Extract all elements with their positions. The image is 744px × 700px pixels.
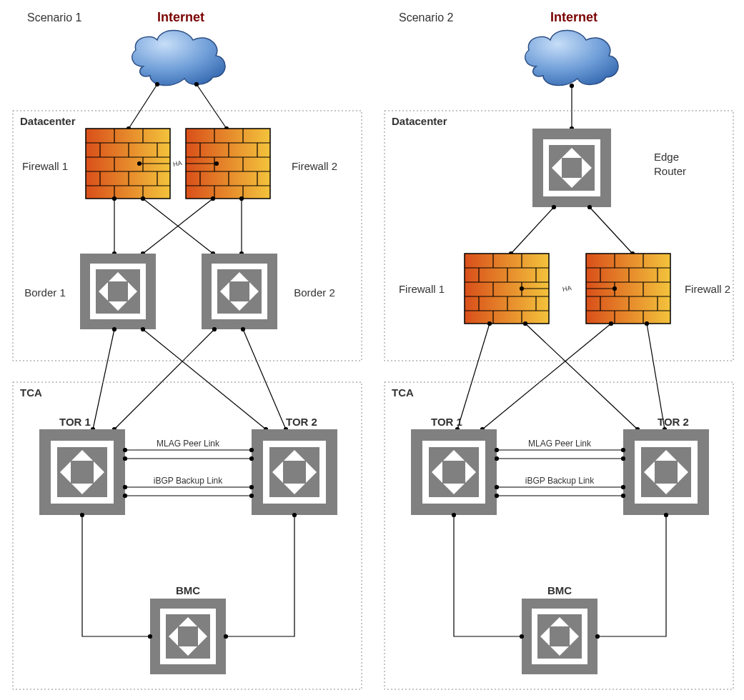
svg-point-201 bbox=[622, 449, 625, 452]
svg-point-4 bbox=[195, 83, 199, 86]
router-icon bbox=[623, 429, 709, 515]
svg-point-130 bbox=[552, 206, 556, 209]
svg-point-177 bbox=[524, 322, 527, 326]
svg-point-120 bbox=[570, 84, 574, 88]
firewall2-label-s2: Firewall 2 bbox=[685, 283, 730, 295]
scenario-1-title: Scenario 1 bbox=[27, 11, 82, 24]
mlag-label-2: MLAG Peer Link bbox=[528, 439, 592, 449]
svg-point-118 bbox=[224, 635, 228, 639]
svg-point-117 bbox=[293, 514, 297, 517]
router-icon bbox=[150, 599, 226, 674]
scenario-2: Scenario 2 Internet Datacenter Edge Rout… bbox=[385, 10, 733, 689]
svg-point-115 bbox=[81, 514, 84, 517]
router-icon bbox=[411, 429, 497, 515]
datacenter-label-2: Datacenter bbox=[392, 115, 447, 127]
svg-point-180 bbox=[610, 322, 613, 326]
svg-point-41 bbox=[138, 162, 142, 166]
svg-point-74 bbox=[142, 328, 145, 331]
router-icon bbox=[532, 129, 611, 207]
tor2-label-s2: TOR 2 bbox=[658, 416, 689, 428]
svg-line-70 bbox=[93, 329, 114, 429]
topology-diagram: Scenario 1 Internet Datacenter Firewall … bbox=[0, 0, 744, 700]
svg-point-209 bbox=[495, 494, 499, 498]
svg-point-48 bbox=[142, 197, 145, 201]
mlag-label-1: MLAG Peer Link bbox=[157, 439, 220, 449]
svg-point-219 bbox=[520, 635, 524, 639]
bmc-label-2: BMC bbox=[547, 584, 572, 596]
svg-point-116 bbox=[149, 635, 152, 639]
svg-point-43 bbox=[215, 162, 219, 166]
svg-line-79 bbox=[243, 329, 286, 429]
border1-label: Border 1 bbox=[24, 286, 66, 299]
svg-point-54 bbox=[240, 197, 244, 201]
svg-line-132 bbox=[590, 207, 633, 254]
bmc-label-1: BMC bbox=[176, 584, 200, 596]
router-icon bbox=[522, 599, 597, 674]
svg-point-200 bbox=[495, 449, 499, 452]
svg-line-176 bbox=[525, 324, 638, 429]
firewall1-label-s2: Firewall 1 bbox=[399, 283, 445, 295]
ha-label-2: HA bbox=[562, 284, 572, 293]
svg-point-183 bbox=[645, 322, 649, 326]
svg-point-206 bbox=[495, 486, 499, 489]
firewall1-label-s1: Firewall 1 bbox=[22, 160, 68, 172]
svg-line-3 bbox=[197, 84, 227, 129]
internet-label-1: Internet bbox=[157, 10, 204, 24]
border2-label: Border 2 bbox=[294, 286, 335, 299]
svg-point-51 bbox=[212, 197, 215, 201]
svg-point-71 bbox=[113, 328, 116, 331]
svg-line-0 bbox=[129, 84, 157, 129]
edge-router-label-line1: Edge bbox=[654, 151, 679, 163]
svg-point-45 bbox=[113, 197, 116, 201]
svg-point-101 bbox=[250, 457, 254, 461]
firewall2-label-s1: Firewall 2 bbox=[292, 160, 337, 172]
svg-line-182 bbox=[647, 324, 665, 429]
router-icon bbox=[202, 254, 277, 329]
cloud-icon bbox=[132, 31, 225, 86]
svg-point-97 bbox=[124, 449, 127, 452]
ibgp-label-2: iBGP Backup Link bbox=[525, 476, 595, 486]
ibgp-label-1: iBGP Backup Link bbox=[154, 476, 223, 486]
svg-point-77 bbox=[213, 328, 217, 331]
svg-line-76 bbox=[114, 329, 214, 429]
datacenter-label-1: Datacenter bbox=[20, 115, 76, 127]
svg-point-221 bbox=[596, 635, 600, 639]
tor2-label-s1: TOR 2 bbox=[286, 416, 317, 428]
tor1-label-s1: TOR 1 bbox=[59, 416, 91, 428]
svg-point-104 bbox=[250, 486, 254, 489]
svg-point-1 bbox=[156, 83, 159, 86]
svg-point-107 bbox=[250, 494, 254, 498]
tca-label-1: TCA bbox=[20, 386, 42, 399]
svg-point-100 bbox=[124, 457, 127, 461]
svg-point-170 bbox=[520, 287, 524, 291]
svg-point-103 bbox=[124, 486, 127, 489]
cloud-icon bbox=[525, 31, 618, 86]
svg-point-207 bbox=[622, 486, 625, 489]
svg-point-210 bbox=[622, 494, 625, 498]
svg-point-203 bbox=[495, 457, 499, 461]
internet-label-2: Internet bbox=[550, 10, 597, 24]
svg-point-220 bbox=[665, 514, 668, 517]
tca-label-2: TCA bbox=[392, 386, 414, 399]
router-icon bbox=[252, 429, 337, 515]
svg-point-106 bbox=[124, 494, 127, 498]
svg-line-129 bbox=[511, 207, 554, 254]
router-icon bbox=[80, 254, 156, 329]
svg-point-218 bbox=[452, 514, 456, 517]
svg-point-80 bbox=[242, 328, 245, 331]
svg-point-133 bbox=[588, 206, 592, 209]
svg-point-174 bbox=[488, 322, 492, 326]
scenario-2-title: Scenario 2 bbox=[399, 11, 454, 24]
tor1-label-s2: TOR 1 bbox=[431, 416, 462, 428]
scenario-1: Scenario 1 Internet Datacenter Firewall … bbox=[13, 10, 362, 689]
router-icon bbox=[39, 429, 125, 515]
svg-line-73 bbox=[143, 329, 266, 429]
edge-router-label-line2: Router bbox=[654, 165, 686, 177]
svg-point-98 bbox=[250, 449, 254, 452]
svg-point-172 bbox=[613, 287, 617, 291]
svg-point-204 bbox=[622, 457, 625, 461]
svg-line-179 bbox=[482, 324, 611, 429]
ha-label-1: HA bbox=[172, 159, 182, 168]
svg-line-173 bbox=[457, 324, 490, 429]
